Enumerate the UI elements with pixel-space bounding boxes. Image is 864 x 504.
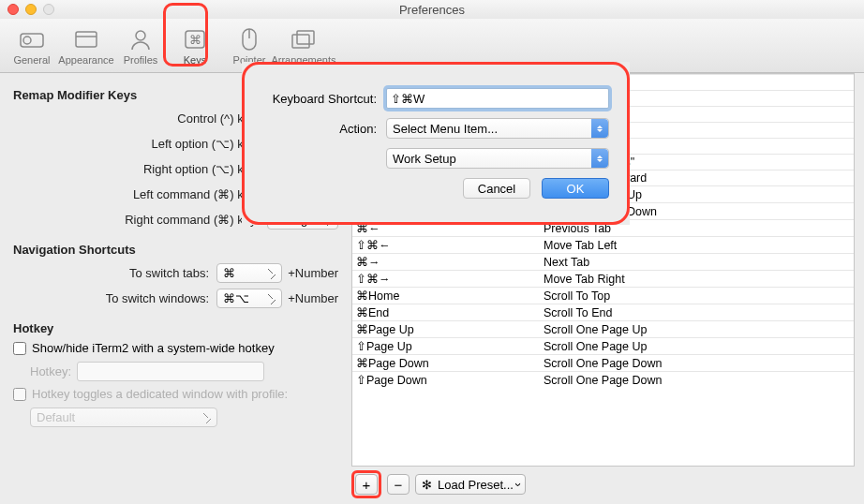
gear-icon: ✻ <box>422 478 432 492</box>
binding-action: Scroll One Page Down <box>540 355 854 372</box>
table-row[interactable]: ⇧⌘→Move Tab Right <box>352 271 854 288</box>
window-icon <box>73 26 99 52</box>
binding-action: Move Tab Right <box>540 271 854 288</box>
svg-rect-2 <box>76 32 97 47</box>
switch-windows-label: To switch windows: <box>13 291 216 305</box>
show-hide-checkbox[interactable] <box>13 342 26 355</box>
toolbar-general[interactable]: General <box>7 22 56 72</box>
hotkey-profile-select[interactable]: Default <box>30 408 217 427</box>
binding-action: Scroll One Page Up <box>540 338 854 355</box>
switch-icon <box>19 26 45 52</box>
toolbar-profiles[interactable]: Profiles <box>116 22 165 72</box>
hotkey-field-label: Hotkey: <box>30 364 77 378</box>
stack-icon <box>290 26 317 52</box>
show-hide-label: Show/hide iTerm2 with a system-wide hotk… <box>32 341 275 355</box>
binding-action: Move Tab Left <box>540 237 854 254</box>
binding-key: ⌘→ <box>352 254 540 271</box>
remap-label: Control (^) key: <box>13 111 267 126</box>
binding-action: Scroll One Page Up <box>540 321 854 338</box>
remap-label: Left option (⌥) key: <box>13 137 267 151</box>
chevron-up-down-icon <box>591 149 608 168</box>
switch-tabs-label: To switch tabs: <box>13 266 216 280</box>
svg-point-4 <box>136 31 145 40</box>
binding-key: ⌘Page Up <box>352 321 540 338</box>
action-label: Action: <box>262 122 386 136</box>
hotkey-toggle-checkbox[interactable] <box>13 388 26 401</box>
titlebar: Preferences <box>0 0 864 19</box>
binding-key: ⇧Page Down <box>352 372 540 389</box>
remap-label: Right option (⌥) key: <box>13 162 267 176</box>
binding-action: Scroll To Top <box>540 288 854 304</box>
hotkey-field[interactable] <box>77 362 264 381</box>
ok-button[interactable]: OK <box>542 178 609 199</box>
svg-rect-10 <box>297 31 314 44</box>
binding-key: ⌘Page Down <box>352 355 540 372</box>
table-row[interactable]: ⇧Page UpScroll One Page Up <box>352 338 854 355</box>
binding-key: ⌘End <box>352 304 540 321</box>
switch-windows-select[interactable]: ⌘⌥ <box>216 289 282 308</box>
svg-point-1 <box>23 37 31 44</box>
plus-highlight: + <box>351 470 381 498</box>
switch-tabs-select[interactable]: ⌘ <box>216 263 282 283</box>
action-select[interactable]: Select Menu Item... <box>386 118 609 139</box>
table-row[interactable]: ⌘HomeScroll To Top <box>352 288 854 304</box>
hotkey-heading: Hotkey <box>13 321 338 335</box>
table-row[interactable]: ⌘Page UpScroll One Page Up <box>352 321 854 338</box>
nav-heading: Navigation Shortcuts <box>13 243 338 257</box>
table-row[interactable]: ⌘EndScroll To End <box>352 304 854 321</box>
cancel-button[interactable]: Cancel <box>463 178 530 199</box>
menu-item-select[interactable]: Work Setup <box>386 148 609 169</box>
mouse-icon <box>236 26 262 52</box>
window-title: Preferences <box>0 3 864 17</box>
binding-action: Next Tab <box>540 254 854 271</box>
toolbar-appearance[interactable]: Appearance <box>62 22 111 72</box>
chevron-up-down-icon <box>591 119 608 138</box>
remap-label: Left command (⌘) key: <box>13 187 267 201</box>
hotkey-toggle-label: Hotkey toggles a dedicated window with p… <box>32 387 288 401</box>
number-suffix: +Number <box>282 266 338 280</box>
remap-label: Right command (⌘) key: <box>13 213 267 227</box>
table-row[interactable]: ⇧Page DownScroll One Page Down <box>352 372 854 389</box>
binding-key: ⇧⌘→ <box>352 271 540 288</box>
person-icon <box>127 26 154 52</box>
remove-binding-button[interactable]: − <box>387 474 410 495</box>
table-row[interactable]: ⌘→Next Tab <box>352 254 854 271</box>
table-row[interactable]: ⇧⌘←Move Tab Left <box>352 237 854 254</box>
binding-key: ⌘Home <box>352 288 540 304</box>
binding-action: Scroll To End <box>540 304 854 321</box>
keys-highlight <box>163 3 208 67</box>
table-row[interactable]: ⌘Page DownScroll One Page Down <box>352 355 854 372</box>
shortcut-label: Keyboard Shortcut: <box>262 92 386 106</box>
load-preset-dropdown[interactable]: ✻ Load Preset... <box>415 474 526 495</box>
binding-key: ⇧⌘← <box>352 237 540 254</box>
shortcut-input[interactable] <box>386 88 609 109</box>
add-binding-button[interactable]: + <box>355 474 378 495</box>
binding-action: Scroll One Page Down <box>540 372 854 389</box>
svg-rect-9 <box>292 35 309 48</box>
shortcut-dialog: Keyboard Shortcut: Action: Select Menu I… <box>242 62 630 225</box>
binding-key: ⇧Page Up <box>352 338 540 355</box>
number-suffix: +Number <box>282 291 338 305</box>
